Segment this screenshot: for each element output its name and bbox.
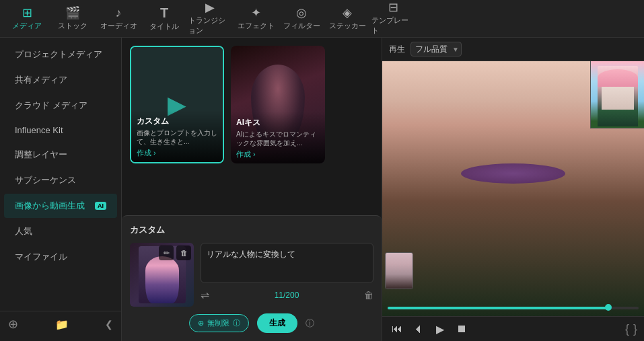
play-btn[interactable]: ▶ (432, 321, 448, 337)
quality-select[interactable]: フル品質 1/2 品質 1/4 品質 (410, 42, 462, 56)
toolbar-label-audio: オーディオ (100, 21, 137, 31)
add-media-icon[interactable]: ⊕ (8, 317, 18, 332)
shuffle-icon[interactable]: ⇌ (201, 289, 209, 301)
prev-frame-btn[interactable]: ⏮ (389, 321, 405, 337)
toolbar-item-media[interactable]: ⊞ メディア (5, 3, 48, 35)
bracket-close-btn[interactable]: } (633, 322, 637, 336)
generate-label: 生成 (269, 317, 285, 329)
sidebar-label-my-files: マイファイル (15, 251, 67, 263)
toolbar-item-transition[interactable]: ▶ トランジション (188, 3, 231, 35)
progress-fill (388, 307, 608, 309)
toolbar-label-title: タイトル (149, 22, 179, 32)
sidebar-label-influence-kit: Influence Kit (15, 125, 63, 135)
toolbar-item-stock[interactable]: 🎬 ストック (51, 3, 94, 35)
preview-area (382, 61, 644, 316)
popup-prompt-text: リアルな人物に変換して (207, 250, 295, 259)
popup-image-box[interactable]: ✏ 🗑 (130, 243, 194, 307)
popup-right: リアルな人物に変換して ⇌ 11/200 🗑 (201, 243, 373, 301)
generate-button[interactable]: 生成 (257, 313, 297, 333)
ctrl-right: { } (625, 322, 637, 336)
sticker-icon: ◈ (343, 7, 352, 19)
toolbar-label-media: メディア (12, 21, 42, 31)
card-ai-kiss-create[interactable]: 作成 › (236, 149, 256, 159)
player-controls: ⏮ ⏴ ▶ ⏹ { } (382, 316, 644, 341)
ctrl-left: ⏮ ⏴ ▶ ⏹ (389, 321, 470, 337)
generate-info-icon[interactable]: ⓘ (306, 317, 314, 330)
sidebar-label-popular: 人気 (15, 225, 32, 237)
playback-bar: 再生 フル品質 1/2 品質 1/4 品質 ▼ (382, 38, 644, 61)
ai-badge: AI (95, 202, 106, 210)
title-icon: T (160, 6, 168, 20)
audio-icon: ♪ (116, 7, 122, 19)
sidebar-item-ai-video[interactable]: 画像から動画生成 AI (4, 194, 117, 218)
toolbar-label-sticker: ステッカー (329, 21, 366, 31)
sidebar-item-popular[interactable]: 人気 (4, 219, 117, 243)
toolbar-label-template: テンプレート (371, 15, 415, 36)
unlimited-button[interactable]: ⊕ 無制限 ⓘ (189, 314, 249, 332)
toolbar-label-stock: ストック (58, 21, 87, 31)
sidebar-label-adjustment-layer: 調整レイヤー (15, 149, 67, 161)
char-count: 11/200 (275, 291, 299, 300)
popup-body: ✏ 🗑 リアルな人物に変換して ⇌ 11/200 🗑 (130, 243, 373, 307)
sidebar-label-subsequence: サブシーケンス (15, 174, 76, 186)
card-ai-kiss[interactable]: AIキス AIによるキスでロマンティックな雰囲気を加え... 作成 › (231, 46, 325, 163)
toolbar-item-title[interactable]: T タイトル (143, 3, 186, 35)
card-custom-label: カスタム 画像とプロンプトを入力して、生き生きと... 作成 › (131, 110, 223, 162)
popup-prompt[interactable]: リアルな人物に変換して (201, 243, 373, 283)
sidebar-item-my-files[interactable]: マイファイル (4, 245, 117, 269)
stop-btn[interactable]: ⏹ (454, 321, 470, 337)
template-icon: ⊟ (388, 1, 398, 13)
step-back-btn[interactable]: ⏴ (410, 321, 427, 337)
toolbar-item-template[interactable]: ⊟ テンプレート (371, 3, 415, 35)
unlimited-label: 無制限 (207, 318, 229, 328)
toolbar: ⊞ メディア 🎬 ストック ♪ オーディオ T タイトル ▶ トランジション ✦… (0, 0, 644, 38)
clear-prompt-icon[interactable]: 🗑 (364, 290, 373, 301)
toolbar-item-filter[interactable]: ◎ フィルター (280, 3, 323, 35)
sidebar-item-influence-kit[interactable]: Influence Kit (4, 119, 117, 141)
filter-icon: ◎ (296, 7, 307, 19)
folder-icon[interactable]: 📁 (55, 318, 69, 331)
card-custom-create[interactable]: 作成 › (137, 148, 156, 158)
custom-popup: カスタム ✏ 🗑 リアルな人物に変換して (122, 215, 382, 341)
right-panel: 再生 フル品質 1/2 品質 1/4 品質 ▼ (382, 38, 644, 341)
popup-footer: ⊕ 無制限 ⓘ 生成 ⓘ (130, 313, 373, 333)
transition-icon: ▶ (205, 1, 215, 13)
progress-bar[interactable] (388, 307, 639, 309)
sidebar-label-cloud-media: クラウド メディア (15, 100, 87, 112)
card-ai-kiss-title: AIキス (236, 117, 320, 128)
sidebar: プロジェクトメディア 共有メディア クラウド メディア Influence Ki… (0, 38, 122, 341)
sidebar-item-adjustment-layer[interactable]: 調整レイヤー (4, 143, 117, 167)
sidebar-item-shared-media[interactable]: 共有メディア (4, 68, 117, 92)
toolbar-label-effect: エフェクト (238, 21, 275, 31)
main-preview (382, 61, 644, 316)
plus-circle-icon: ⊕ (198, 319, 204, 328)
sidebar-item-project-media[interactable]: プロジェクトメディア (4, 42, 117, 67)
popup-image-overlay: ✏ 🗑 (159, 245, 191, 260)
card-custom-desc: 画像とプロンプトを入力して、生き生きと... (137, 128, 217, 146)
anime-thumbnail (590, 61, 644, 128)
bracket-open-btn[interactable]: { (625, 322, 629, 336)
popup-delete-btn[interactable]: 🗑 (176, 245, 191, 260)
quality-dropdown-wrap: フル品質 1/2 品質 1/4 品質 ▼ (410, 42, 462, 56)
unlimited-info-icon: ⓘ (233, 318, 240, 328)
card-ai-kiss-desc: AIによるキスでロマンティックな雰囲気を加え... (236, 130, 320, 147)
toolbar-item-effect[interactable]: ✦ エフェクト (234, 3, 277, 35)
stock-icon: 🎬 (65, 7, 80, 19)
sidebar-label-project-media: プロジェクトメディア (15, 48, 102, 61)
thumb-small-1[interactable] (385, 252, 413, 289)
card-custom[interactable]: ▶ カスタム 画像とプロンプトを入力して、生き生きと... 作成 › (130, 46, 224, 163)
sidebar-item-subsequence[interactable]: サブシーケンス (4, 168, 117, 192)
popup-edit-btn[interactable]: ✏ (159, 245, 174, 260)
card-custom-title: カスタム (137, 116, 217, 127)
toolbar-item-audio[interactable]: ♪ オーディオ (97, 3, 140, 35)
collapse-sidebar-icon[interactable]: ❮ (105, 319, 113, 330)
content-area: ▶ カスタム 画像とプロンプトを入力して、生き生きと... 作成 › AIキス … (122, 38, 382, 341)
sidebar-item-cloud-media[interactable]: クラウド メディア (4, 93, 117, 118)
popup-title: カスタム (130, 224, 373, 236)
toolbar-item-sticker[interactable]: ◈ ステッカー (326, 3, 369, 35)
sidebar-label-shared-media: 共有メディア (15, 74, 67, 86)
toolbar-label-transition: トランジション (188, 15, 231, 36)
thumb-inner-1 (386, 253, 413, 289)
popup-bottom-row: ⇌ 11/200 🗑 (201, 289, 373, 301)
effect-icon: ✦ (251, 7, 261, 19)
